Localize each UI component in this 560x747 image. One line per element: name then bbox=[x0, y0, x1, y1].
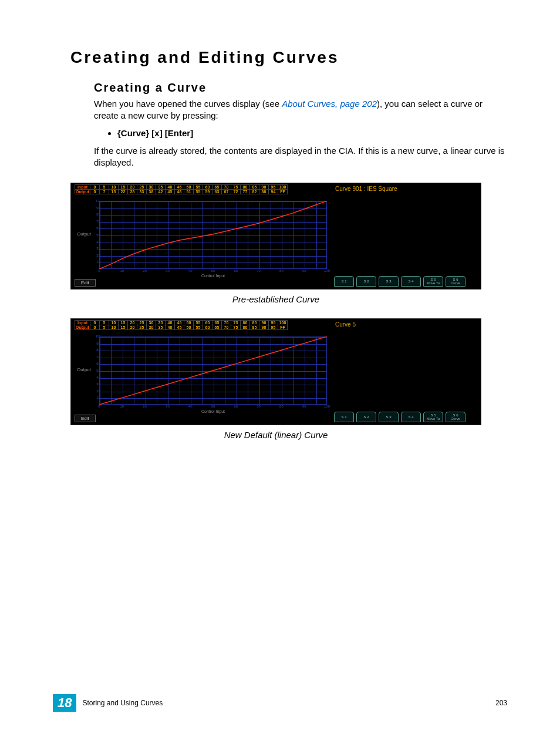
curve-title: Curve 5 bbox=[332, 319, 481, 330]
io-cell: 85 bbox=[249, 321, 259, 325]
softkey[interactable]: S 5Move To bbox=[423, 276, 443, 287]
io-cell: 15 bbox=[109, 190, 118, 194]
io-cell: 50 bbox=[184, 185, 193, 190]
io-cell: 60 bbox=[203, 321, 212, 325]
io-cell: 33 bbox=[137, 190, 146, 194]
io-cell: 67 bbox=[221, 190, 231, 194]
io-cell: 51 bbox=[184, 190, 193, 194]
io-cell: 80 bbox=[240, 321, 249, 325]
output-axis-label: Output bbox=[77, 367, 91, 372]
io-cell: 80 bbox=[240, 325, 249, 330]
io-cell: 15 bbox=[118, 321, 127, 325]
page-footer: 18 Storing and Using Curves 203 bbox=[53, 694, 507, 712]
io-cell: 80 bbox=[240, 185, 249, 190]
io-cell: 40 bbox=[165, 185, 174, 190]
figure-preestablished-curve: Input05101520253035404550556065707580859… bbox=[70, 183, 481, 290]
io-cell: 30 bbox=[146, 185, 156, 190]
io-cell: 55 bbox=[193, 321, 203, 325]
edit-button[interactable]: Edit bbox=[75, 415, 96, 422]
row-output-label: Output bbox=[75, 325, 90, 330]
command-text: {Curve} [x] [Enter] bbox=[117, 128, 193, 138]
row-input-label: Input bbox=[75, 321, 90, 325]
io-cell: 88 bbox=[259, 190, 268, 194]
io-cell: 45 bbox=[174, 325, 184, 330]
io-cell: 45 bbox=[165, 190, 174, 194]
io-cell: 20 bbox=[127, 325, 137, 330]
io-cell: 50 bbox=[184, 325, 193, 330]
x-axis-label: Control Input bbox=[99, 274, 327, 278]
io-cell: 48 bbox=[174, 190, 184, 194]
io-cell: 75 bbox=[231, 321, 240, 325]
io-cell: 25 bbox=[137, 321, 146, 325]
io-cell: 95 bbox=[268, 185, 278, 190]
curve-grid bbox=[99, 337, 327, 405]
softkey[interactable]: S 1 bbox=[334, 412, 354, 422]
io-cell: 40 bbox=[165, 321, 174, 325]
io-cell: 65 bbox=[212, 185, 221, 190]
io-cell: 20 bbox=[127, 321, 137, 325]
softkey[interactable]: S 2 bbox=[356, 412, 376, 422]
curve-title: Curve 901 : IES Square bbox=[332, 183, 481, 194]
io-cell: 90 bbox=[259, 321, 268, 325]
softkey[interactable]: S 5Move To bbox=[423, 412, 443, 422]
io-cell: 30 bbox=[146, 321, 156, 325]
softkey[interactable]: S 3 bbox=[379, 276, 399, 287]
io-cell: 10 bbox=[109, 185, 118, 190]
command-list: {Curve} [x] [Enter] bbox=[117, 128, 507, 138]
softkey[interactable]: S 4 bbox=[401, 276, 421, 287]
row-input-label: Input bbox=[75, 185, 90, 190]
softkeys: S 1S 2S 3S 4S 5Move ToS 6Curve bbox=[334, 412, 465, 422]
figure1-caption: Pre-established Curve bbox=[53, 294, 499, 304]
io-table: Input05101520253035404550556065707580859… bbox=[75, 320, 288, 330]
softkey[interactable]: S 1 bbox=[334, 276, 354, 287]
softkey[interactable]: S 3 bbox=[379, 412, 399, 422]
io-cell: FF bbox=[278, 190, 287, 194]
io-cell: 45 bbox=[174, 185, 184, 190]
output-axis-label: Output bbox=[77, 231, 91, 237]
softkey[interactable]: S 2 bbox=[356, 276, 376, 287]
curve-grid bbox=[99, 201, 327, 269]
softkey[interactable]: S 4 bbox=[401, 412, 421, 422]
io-cell: 65 bbox=[212, 325, 221, 330]
io-cell: 15 bbox=[118, 185, 127, 190]
io-cell: 59 bbox=[203, 190, 212, 194]
io-cell: 22 bbox=[118, 190, 127, 194]
page-number: 203 bbox=[495, 699, 507, 707]
io-cell: 0 bbox=[90, 321, 99, 325]
io-cell: 35 bbox=[156, 321, 165, 325]
io-cell: 90 bbox=[259, 325, 268, 330]
io-cell: 10 bbox=[109, 325, 118, 330]
intro-pre: When you have opened the curves display … bbox=[94, 99, 282, 109]
about-curves-link[interactable]: About Curves, page 202 bbox=[282, 99, 377, 109]
edit-button[interactable]: Edit bbox=[75, 279, 96, 287]
io-cell: 100 bbox=[278, 185, 287, 190]
x-axis-label: Control Input bbox=[99, 409, 327, 413]
io-cell: 38 bbox=[146, 190, 156, 194]
io-cell: 30 bbox=[146, 325, 156, 330]
y-axis: FF9080706050403020100 bbox=[95, 337, 100, 405]
io-cell: 60 bbox=[203, 185, 212, 190]
io-table: Input05101520253035404550556065707580859… bbox=[75, 184, 288, 194]
io-cell: 55 bbox=[193, 325, 203, 330]
io-cell: 10 bbox=[109, 321, 118, 325]
io-cell: 77 bbox=[240, 190, 249, 194]
softkey[interactable]: S 6Curve bbox=[446, 276, 465, 287]
softkey[interactable]: S 6Curve bbox=[446, 412, 465, 422]
para2: If the curve is already stored, the cont… bbox=[94, 145, 507, 169]
io-cell: 85 bbox=[249, 185, 259, 190]
io-cell: 82 bbox=[249, 190, 259, 194]
io-cell: 20 bbox=[127, 185, 137, 190]
io-cell: 0 bbox=[90, 185, 99, 190]
io-cell: 35 bbox=[156, 325, 165, 330]
io-cell: 25 bbox=[137, 185, 146, 190]
io-cell: 85 bbox=[249, 325, 259, 330]
io-cell: 90 bbox=[259, 185, 268, 190]
io-cell: 55 bbox=[193, 190, 203, 194]
figure-linear-curve: Input05101520253035404550556065707580859… bbox=[70, 318, 481, 425]
io-cell: 100 bbox=[278, 321, 287, 325]
io-cell: 65 bbox=[212, 321, 221, 325]
io-cell: 75 bbox=[231, 325, 240, 330]
row-output-label: Output bbox=[75, 190, 90, 194]
io-cell: 50 bbox=[184, 321, 193, 325]
io-cell: 45 bbox=[174, 321, 184, 325]
